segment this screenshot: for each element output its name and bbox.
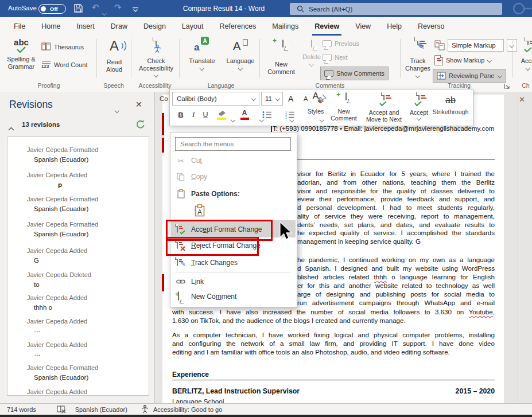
- revision-author-action[interactable]: Javier Cepeda Added: [27, 294, 87, 301]
- simple-markup-select[interactable]: Simple Markup: [448, 39, 504, 52]
- styles-button[interactable]: A ✎ Styles: [304, 93, 327, 115]
- simple-markup-dropdown[interactable]: [507, 39, 517, 52]
- thesaurus-button[interactable]: Thesaurus: [41, 42, 84, 51]
- revision-detail[interactable]: …: [34, 326, 41, 333]
- word-count-status[interactable]: 714 words: [7, 406, 36, 413]
- close-document-icon[interactable]: ✕: [519, 95, 525, 104]
- grow-font-button[interactable]: Aˆ: [285, 92, 298, 106]
- save-icon[interactable]: [73, 3, 83, 15]
- revision-author-action[interactable]: Javier Cepeda Added: [27, 172, 87, 178]
- previous-comment-button[interactable]: Previous: [323, 40, 359, 47]
- mini-accept-button[interactable]: Accept: [407, 93, 430, 120]
- accessibility-status[interactable]: Accessibility: Good to go: [153, 406, 222, 413]
- redo-icon[interactable]: ↷: [114, 2, 122, 13]
- spelling-grammar-button[interactable]: abc Spelling & Grammar: [3, 38, 39, 71]
- revision-author-action[interactable]: Javier Cepeda Formatted: [27, 146, 98, 153]
- menu-item-new-comment[interactable]: + New Comment: [170, 289, 297, 304]
- revision-author-action[interactable]: Javier Cepeda Added: [27, 247, 87, 254]
- revision-detail[interactable]: p: [58, 181, 62, 188]
- revision-detail[interactable]: Spanish (Ecuador): [34, 374, 88, 381]
- paste-keep-text-only-button[interactable]: A: [192, 202, 207, 221]
- tab-draw[interactable]: Draw: [103, 17, 135, 36]
- chevron-down-icon[interactable]: [320, 118, 324, 122]
- read-aloud-button[interactable]: A Read Aloud: [99, 38, 129, 73]
- close-pane-icon[interactable]: ✕: [135, 100, 142, 109]
- font-color-button[interactable]: A: [238, 108, 251, 122]
- scrollbar-divider: [518, 93, 518, 403]
- menu-item-link[interactable]: Link: [170, 274, 297, 289]
- strikethrough-button[interactable]: ab Strikethrough: [429, 94, 472, 115]
- tab-insert[interactable]: Insert: [69, 17, 103, 36]
- revision-author-action[interactable]: Javier Cepeda Deleted: [27, 271, 91, 278]
- show-markup-button[interactable]: Show Markup: [434, 55, 492, 65]
- translate-button[interactable]: A a Translate: [184, 38, 220, 70]
- check-accessibility-button[interactable]: Check Accessibility: [135, 38, 177, 77]
- collapse-chevron-icon[interactable]: [8, 123, 14, 133]
- italic-button[interactable]: I: [188, 108, 199, 122]
- tab-layout[interactable]: Layout: [174, 17, 212, 36]
- revision-author-action[interactable]: Javier Cepeda Added: [27, 318, 87, 325]
- chevron-down-icon: [526, 67, 530, 70]
- delete-comment-button[interactable]: Delete: [301, 38, 323, 66]
- revision-detail[interactable]: …: [34, 350, 41, 357]
- mini-new-comment-button[interactable]: + New Comment: [329, 93, 358, 122]
- refresh-icon[interactable]: [135, 119, 145, 131]
- strikethrough-icon: ab: [445, 94, 456, 107]
- menu-item-copy[interactable]: Copy: [170, 169, 297, 184]
- revision-author-action[interactable]: Javier Cepeda Added: [27, 388, 87, 395]
- tracking-dialog-launcher-icon[interactable]: [504, 81, 510, 92]
- menu-search-input[interactable]: [175, 137, 291, 151]
- highlight-button[interactable]: [213, 108, 230, 122]
- revision-author-action[interactable]: Javier Cepeda Formatted: [27, 221, 98, 228]
- accept-and-move-button[interactable]: Accept and Move to Next: [362, 93, 406, 123]
- tab-reverso[interactable]: Reverso: [410, 17, 453, 36]
- revision-detail[interactable]: Spanish (Ecuador): [34, 231, 88, 237]
- autosave-toggle[interactable]: Off: [38, 4, 66, 14]
- undo-icon[interactable]: ↶: [92, 2, 99, 13]
- track-changes-icon: ✎: [410, 38, 425, 54]
- accessibility-status-icon[interactable]: [141, 405, 149, 414]
- tab-view[interactable]: View: [347, 17, 379, 36]
- revision-detail[interactable]: Spanish (Ecuador): [34, 156, 88, 163]
- new-comment-button[interactable]: + New Comment: [264, 38, 298, 76]
- tab-help[interactable]: Help: [379, 17, 410, 36]
- revision-author-action[interactable]: Javier Cepeda Formatted: [27, 364, 98, 371]
- chevron-down-icon[interactable]: [231, 118, 235, 122]
- customize-toolbar-icon[interactable]: [132, 5, 139, 15]
- tab-mailings[interactable]: Mailings: [264, 17, 306, 36]
- tab-review[interactable]: Review: [306, 17, 347, 36]
- revision-detail[interactable]: thhh o: [34, 304, 52, 311]
- tab-design[interactable]: Design: [135, 17, 174, 36]
- revision-detail[interactable]: G: [34, 257, 39, 264]
- revision-author-action[interactable]: Javier Cepeda Added: [27, 341, 87, 348]
- track-changes-button[interactable]: ✎ Track Changes: [403, 38, 433, 77]
- search-bar[interactable]: Search (Alt+Q): [290, 3, 502, 15]
- menu-item-cut[interactable]: ✂ Cut: [170, 153, 297, 168]
- doc-line: er for this and another website related …: [297, 282, 495, 290]
- tab-file[interactable]: File: [6, 17, 33, 36]
- proofing-errors-icon[interactable]: [57, 406, 66, 414]
- bold-button[interactable]: B: [174, 108, 187, 122]
- menu-item-track-changes[interactable]: ✎ Track Changes: [170, 255, 297, 270]
- revision-author-action[interactable]: Javier Cepeda Formatted: [27, 196, 98, 202]
- font-name-select[interactable]: Calibri (Body): [172, 92, 259, 106]
- language-status[interactable]: Spanish (Ecuador): [75, 406, 127, 413]
- doc-line: and configuring the network of a small l…: [172, 340, 495, 348]
- next-comment-button[interactable]: Next: [323, 54, 348, 61]
- tab-references[interactable]: References: [211, 17, 264, 36]
- chevron-down-icon: [154, 73, 158, 77]
- pane-options-chevron-icon[interactable]: [115, 109, 119, 112]
- language-button[interactable]: A Language: [224, 38, 257, 70]
- tab-home[interactable]: Home: [33, 17, 68, 36]
- show-comments-button[interactable]: Show Comments: [320, 67, 389, 80]
- revision-detail[interactable]: to: [34, 281, 40, 288]
- revision-detail[interactable]: Spanish (Ecuador): [34, 205, 88, 212]
- bullet-list-button[interactable]: [259, 108, 274, 122]
- undo-chevron-icon[interactable]: [102, 11, 107, 15]
- accept-changes-button[interactable]: Acce: [517, 38, 532, 70]
- font-size-select[interactable]: 11: [261, 92, 283, 106]
- word-count-button[interactable]: 123 Word Count: [41, 61, 88, 69]
- reviewing-pane-button[interactable]: Reviewing Pane: [433, 69, 506, 83]
- numbered-list-button[interactable]: 123: [282, 108, 297, 122]
- underline-button[interactable]: U: [200, 108, 211, 122]
